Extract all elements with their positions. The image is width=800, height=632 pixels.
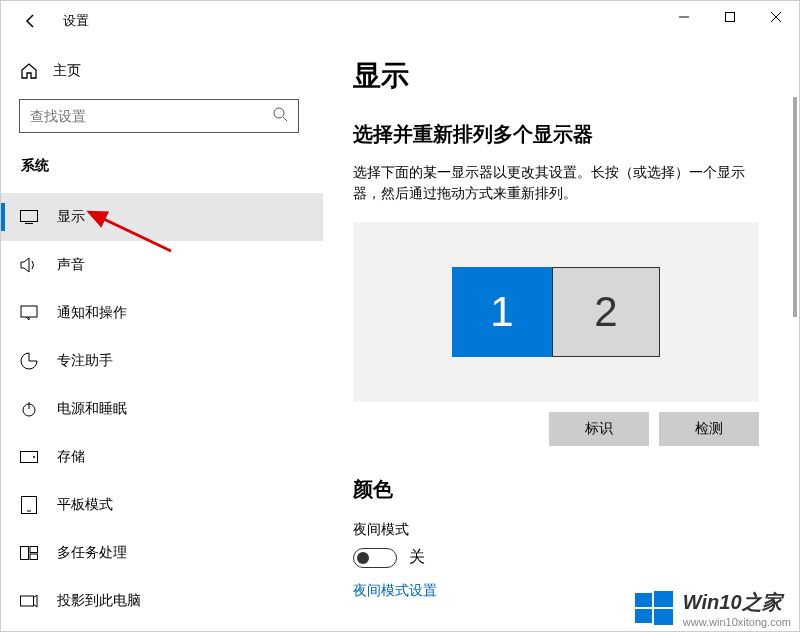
minimize-button[interactable] — [661, 1, 707, 33]
sidebar-item-label: 多任务处理 — [57, 544, 127, 562]
category-heading: 系统 — [19, 157, 323, 175]
identify-button[interactable]: 标识 — [549, 412, 649, 446]
back-button[interactable] — [19, 9, 43, 33]
home-icon — [19, 61, 39, 81]
home-link[interactable]: 主页 — [19, 61, 323, 81]
tablet-icon — [19, 495, 39, 515]
svg-rect-16 — [30, 547, 38, 553]
sidebar-item-sound[interactable]: 声音 — [1, 241, 323, 289]
monitor-arrange-area[interactable]: 1 2 — [353, 222, 759, 402]
sound-icon — [19, 255, 39, 275]
sidebar-item-storage[interactable]: 存储 — [1, 433, 323, 481]
night-light-label: 夜间模式 — [353, 521, 759, 539]
svg-rect-6 — [21, 211, 38, 222]
power-icon — [19, 399, 39, 419]
detect-button[interactable]: 检测 — [659, 412, 759, 446]
sidebar-item-tablet[interactable]: 平板模式 — [1, 481, 323, 529]
search-icon — [272, 106, 288, 126]
close-button[interactable] — [753, 1, 799, 33]
svg-point-4 — [274, 108, 284, 118]
svg-rect-8 — [21, 306, 37, 317]
svg-point-12 — [33, 456, 35, 458]
sidebar-item-label: 显示 — [57, 208, 85, 226]
focus-icon — [19, 351, 39, 371]
svg-rect-15 — [21, 547, 29, 560]
search-input[interactable] — [30, 108, 272, 124]
sidebar-item-power[interactable]: 电源和睡眠 — [1, 385, 323, 433]
svg-rect-1 — [726, 13, 735, 22]
svg-rect-17 — [30, 554, 38, 560]
storage-icon — [19, 447, 39, 467]
notifications-icon — [19, 303, 39, 323]
content-area: 显示 选择并重新排列多个显示器 选择下面的某一显示器以更改其设置。长按（或选择）… — [323, 41, 799, 631]
sidebar-item-label: 电源和睡眠 — [57, 400, 127, 418]
monitor-2[interactable]: 2 — [552, 267, 660, 357]
sidebar-item-label: 存储 — [57, 448, 85, 466]
scrollbar[interactable] — [793, 97, 797, 317]
search-box[interactable] — [19, 99, 299, 133]
maximize-button[interactable] — [707, 1, 753, 33]
sidebar-item-label: 投影到此电脑 — [57, 592, 141, 610]
sidebar-item-label: 专注助手 — [57, 352, 113, 370]
sidebar-item-label: 通知和操作 — [57, 304, 127, 322]
color-heading: 颜色 — [353, 476, 759, 503]
sidebar-item-focus[interactable]: 专注助手 — [1, 337, 323, 385]
sidebar-item-multitask[interactable]: 多任务处理 — [1, 529, 323, 577]
svg-line-5 — [283, 117, 287, 121]
night-light-toggle[interactable] — [353, 548, 397, 568]
monitor-1[interactable]: 1 — [452, 267, 552, 357]
home-label: 主页 — [53, 62, 81, 80]
night-light-settings-link[interactable]: 夜间模式设置 — [353, 582, 759, 600]
app-title: 设置 — [63, 12, 89, 30]
display-icon — [19, 207, 39, 227]
sidebar: 主页 系统 显示 声音 通知和操作 专注助手 — [1, 41, 323, 631]
sidebar-item-label: 平板模式 — [57, 496, 113, 514]
arrange-description: 选择下面的某一显示器以更改其设置。长按（或选择）一个显示器，然后通过拖动方式来重… — [353, 162, 753, 204]
arrange-heading: 选择并重新排列多个显示器 — [353, 121, 759, 148]
sidebar-item-project[interactable]: 投影到此电脑 — [1, 577, 323, 625]
svg-rect-18 — [21, 596, 34, 606]
multitask-icon — [19, 543, 39, 563]
sidebar-item-label: 声音 — [57, 256, 85, 274]
sidebar-item-notifications[interactable]: 通知和操作 — [1, 289, 323, 337]
sidebar-item-display[interactable]: 显示 — [1, 193, 323, 241]
page-title: 显示 — [353, 57, 759, 95]
project-icon — [19, 591, 39, 611]
toggle-state-label: 关 — [409, 547, 425, 568]
